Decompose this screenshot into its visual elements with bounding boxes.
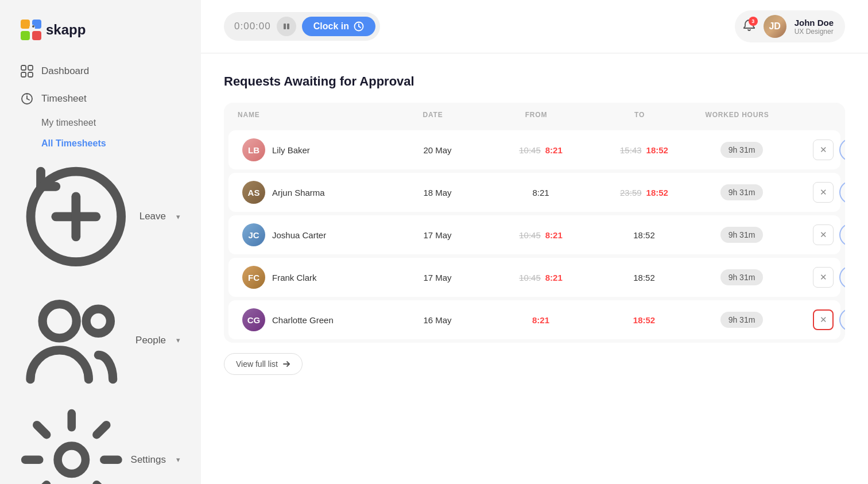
- date-cell: 17 May: [392, 230, 483, 240]
- logo-icon: [21, 20, 41, 40]
- sidebar-item-dashboard[interactable]: Dashboard: [0, 57, 201, 85]
- svg-line-12: [27, 99, 29, 100]
- person-cell: FC Frank Clark: [242, 266, 392, 289]
- user-name: John Doe: [795, 18, 834, 28]
- reject-button[interactable]: ✕: [813, 182, 834, 203]
- table-row: FC Frank Clark 17 May 10:45 8:21 18:52 9…: [228, 258, 840, 297]
- sidebar-item-leave[interactable]: Leave ▾: [0, 154, 201, 280]
- notification-badge: 3: [749, 17, 758, 26]
- hours-badge: 9h 31m: [720, 227, 764, 243]
- date-cell: 16 May: [392, 315, 483, 325]
- time-original: 10:45: [519, 273, 541, 282]
- svg-rect-7: [28, 65, 33, 70]
- section-title: Requests Awaiting for Approval: [224, 74, 845, 89]
- date-cell: 20 May: [392, 145, 483, 155]
- approve-button[interactable]: ✓: [839, 223, 845, 246]
- approve-button[interactable]: ✓: [839, 308, 845, 331]
- col-date: DATE: [387, 111, 479, 119]
- content-area: Requests Awaiting for Approval NAME DATE…: [201, 53, 868, 484]
- time-new: 18:52: [646, 188, 668, 198]
- leave-arrow-icon: ▾: [176, 212, 180, 221]
- to-cell: 23:59 18:52: [598, 188, 690, 198]
- timesheet-icon: [21, 92, 33, 105]
- svg-point-20: [86, 309, 110, 333]
- reject-button[interactable]: ✕: [813, 140, 834, 160]
- time-original: 10:45: [519, 230, 541, 240]
- person-cell: JC Joshua Carter: [242, 223, 392, 246]
- actions-cell: ✕ ✓: [793, 223, 845, 246]
- svg-rect-2: [21, 31, 30, 40]
- svg-point-4: [29, 25, 35, 30]
- reject-button[interactable]: ✕: [813, 224, 834, 245]
- svg-rect-3: [32, 31, 41, 40]
- time-normal: 18:52: [633, 230, 655, 240]
- sidebar-item-leave-label: Leave: [140, 211, 166, 222]
- time-new: 18:52: [646, 145, 668, 155]
- main-content: 0:00:00 Clock in: [201, 0, 868, 484]
- svg-rect-9: [28, 72, 33, 77]
- svg-point-19: [42, 304, 76, 338]
- view-full-list-button[interactable]: View full list: [224, 353, 303, 375]
- from-cell: 10:45 8:21: [483, 230, 598, 240]
- timer-widget: 0:00:00 Clock in: [224, 12, 380, 41]
- time-new: 8:21: [545, 145, 563, 155]
- sidebar-item-timesheet[interactable]: Timesheet: [0, 85, 201, 113]
- app-name: skapp: [46, 22, 86, 38]
- time-red: 18:52: [633, 315, 655, 325]
- svg-point-13: [26, 94, 28, 95]
- to-cell: 18:52: [598, 315, 690, 325]
- sidebar-item-timesheet-label: Timesheet: [41, 93, 87, 104]
- timer-display: 0:00:00: [234, 21, 271, 32]
- date-cell: 17 May: [392, 273, 483, 282]
- reject-button-highlighted[interactable]: ✕: [813, 309, 834, 330]
- sidebar-item-settings[interactable]: Settings ▾: [0, 401, 201, 484]
- col-actions: [789, 111, 845, 119]
- col-from: FROM: [479, 111, 594, 119]
- clock-in-button[interactable]: Clock in: [302, 17, 375, 36]
- avatar: LB: [242, 138, 265, 161]
- hours-cell: 9h 31m: [690, 312, 793, 328]
- person-name: Lily Baker: [272, 145, 310, 155]
- to-cell: 18:52: [598, 273, 690, 282]
- time-new: 8:21: [545, 230, 563, 240]
- table-row: AS Arjun Sharma 18 May 8:21 23:59 18:52 …: [228, 173, 840, 212]
- to-cell: 18:52: [598, 230, 690, 240]
- header: 0:00:00 Clock in: [201, 0, 868, 53]
- sidebar-item-my-timesheet[interactable]: My timesheet: [0, 113, 201, 133]
- person-cell: LB Lily Baker: [242, 138, 392, 161]
- table-header: NAME DATE FROM TO WORKED HOURS: [224, 103, 845, 127]
- avatar: FC: [242, 266, 265, 289]
- approve-button[interactable]: ✓: [839, 138, 845, 161]
- col-to: TO: [594, 111, 685, 119]
- time-original: 15:43: [620, 145, 642, 155]
- svg-rect-6: [21, 65, 26, 70]
- col-worked-hours: WORKED HOURS: [685, 111, 789, 119]
- person-cell: AS Arjun Sharma: [242, 181, 392, 204]
- hours-badge: 9h 31m: [720, 184, 764, 200]
- user-details: John Doe UX Designer: [795, 18, 834, 36]
- svg-rect-8: [21, 72, 26, 77]
- avatar: JC: [242, 223, 265, 246]
- people-icon: [21, 287, 127, 394]
- notification-bell[interactable]: 3: [743, 19, 755, 34]
- approve-button[interactable]: ✓: [839, 181, 845, 204]
- person-name: Charlotte Green: [272, 315, 334, 325]
- table-row: JC Joshua Carter 17 May 10:45 8:21 18:52…: [228, 215, 840, 254]
- time-original: 23:59: [620, 188, 642, 198]
- time-new: 8:21: [545, 273, 563, 282]
- table-row: LB Lily Baker 20 May 10:45 8:21 15:43 18…: [228, 130, 840, 169]
- actions-cell: ✕ ✓: [793, 266, 845, 289]
- actions-cell: ✕ ✓: [793, 308, 845, 331]
- table-row: CG Charlotte Green 16 May 8:21 18:52 9h …: [228, 300, 840, 339]
- sidebar-item-people-label: People: [135, 335, 166, 346]
- reject-button[interactable]: ✕: [813, 267, 834, 288]
- sidebar-item-all-timesheets[interactable]: All Timesheets: [0, 133, 201, 154]
- pause-icon: [282, 22, 290, 30]
- time-normal: 18:52: [633, 273, 655, 282]
- svg-point-5: [32, 25, 34, 28]
- actions-cell: ✕ ✓: [793, 181, 845, 204]
- svg-point-27: [358, 22, 359, 23]
- pause-button[interactable]: [277, 17, 296, 36]
- sidebar-item-people[interactable]: People ▾: [0, 280, 201, 401]
- approve-button[interactable]: ✓: [839, 266, 845, 289]
